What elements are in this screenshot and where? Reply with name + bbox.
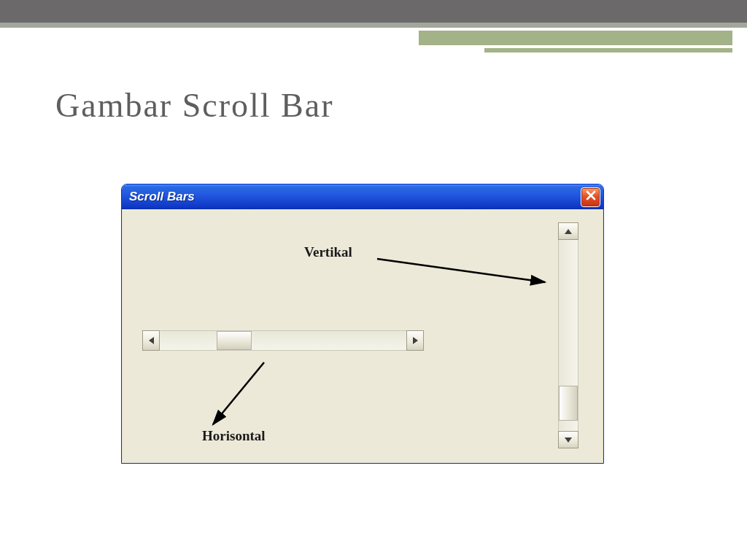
scroll-up-button[interactable] (558, 222, 578, 240)
scroll-left-button[interactable] (142, 330, 160, 351)
arrow-up-icon (565, 229, 572, 234)
slide-header-band (0, 0, 747, 28)
vertical-scrollbar[interactable] (558, 222, 578, 448)
horizontal-scroll-thumb[interactable] (217, 331, 252, 350)
arrow-right-icon (413, 337, 418, 344)
svg-line-1 (213, 362, 264, 424)
horizontal-label: Horisontal (202, 428, 266, 444)
vertical-scroll-track[interactable] (558, 240, 578, 431)
horizontal-scrollbar[interactable] (142, 330, 424, 351)
svg-line-0 (377, 259, 545, 282)
slide-accent-bar-1 (419, 29, 732, 45)
close-icon (586, 190, 596, 203)
arrow-left-icon (149, 337, 154, 344)
arrow-down-icon (565, 438, 572, 443)
scroll-down-button[interactable] (558, 431, 578, 448)
slide-accent-bar-2 (484, 48, 732, 52)
window-titlebar[interactable]: Scroll Bars (122, 184, 603, 209)
close-button[interactable] (581, 187, 600, 207)
window-title: Scroll Bars (129, 190, 195, 204)
window-body: Vertikal Horisontal (122, 209, 603, 463)
scrollbars-window: Scroll Bars (121, 184, 604, 464)
slide-title: Gambar Scroll Bar (55, 86, 333, 125)
scroll-right-button[interactable] (406, 330, 424, 351)
horizontal-scroll-track[interactable] (160, 330, 406, 351)
vertical-label: Vertikal (304, 244, 352, 260)
vertical-scroll-thumb[interactable] (559, 386, 578, 421)
